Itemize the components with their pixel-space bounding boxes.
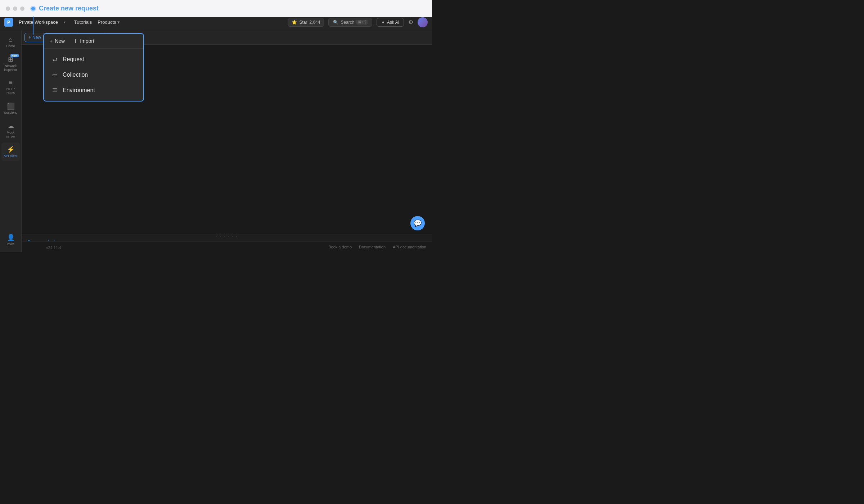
sidebar-bottom: 👤 Invite: [1, 231, 20, 249]
workspace-name: Private Workspace: [19, 19, 58, 25]
sessions-label: Sessions: [4, 111, 17, 115]
star-count: 2,644: [309, 20, 320, 25]
window-controls: [6, 6, 24, 11]
network-inspector-label: Network inspector: [3, 64, 19, 72]
http-rules-label: HTTP Rules: [3, 87, 19, 95]
footer-bar: v24.11.4 Book a demo Documentation API d…: [22, 241, 432, 252]
workspace-icon: P: [4, 18, 13, 27]
version-text: v24.11.4: [46, 246, 61, 250]
tooltip-indicator: [30, 6, 36, 12]
request-icon: ⇄: [51, 56, 58, 63]
avatar[interactable]: [418, 17, 428, 27]
dropdown-menu: + New ⬆ Import ⇄ Request: [43, 33, 144, 102]
new-button[interactable]: + New: [24, 33, 45, 42]
header-right: ⭐ Star 2,644 🔍 Search ⌘+K ✦ Ask AI ⚙: [288, 17, 428, 27]
tooltip-text: Create new request: [39, 5, 99, 12]
invite-icon: 👤: [7, 234, 15, 242]
http-rules-icon: ≡: [9, 79, 13, 86]
api-documentation-link[interactable]: API documentation: [393, 245, 426, 249]
workspace-chevron-icon[interactable]: ▾: [64, 20, 66, 24]
search-label: Search: [341, 20, 354, 25]
sidebar-item-http-rules[interactable]: ≡ HTTP Rules: [1, 76, 20, 98]
app-container: P Private Workspace ▾ Tutorials Products…: [0, 14, 432, 252]
sidebar: ⌂ Home NEW ⊞ Network inspector ≡ HTTP Ru…: [0, 30, 22, 252]
dropdown-new-icon: +: [50, 38, 53, 44]
resize-handle[interactable]: ⋮⋮⋮⋮⋮⋮: [215, 233, 239, 237]
dropdown-environment-item[interactable]: ☰ Environment: [44, 82, 143, 98]
collection-label: Collection: [63, 72, 88, 78]
dropdown-new-label: New: [55, 38, 65, 44]
dropdown-header: + New ⬆ Import: [44, 34, 143, 49]
environment-label: Environment: [63, 87, 95, 94]
header-nav: Tutorials Products: [74, 19, 120, 25]
dropdown-import-label: Import: [80, 38, 94, 44]
content-area: + New ⬆ Import Staging + New: [22, 30, 432, 252]
close-dot: [6, 6, 10, 11]
dropdown-new-item[interactable]: + New: [50, 38, 65, 44]
request-label: Request: [63, 56, 84, 63]
dropdown-request-item[interactable]: ⇄ Request: [44, 51, 143, 67]
invite-label: Invite: [7, 242, 15, 246]
ai-icon: ✦: [381, 20, 385, 25]
sidebar-item-network-inspector[interactable]: NEW ⊞ Network inspector: [1, 53, 20, 75]
sessions-icon: ⬛: [7, 102, 15, 110]
nav-products[interactable]: Products: [98, 19, 120, 25]
star-label: Star: [299, 20, 307, 25]
main-layout: ⌂ Home NEW ⊞ Network inspector ≡ HTTP Ru…: [0, 30, 432, 252]
plus-icon: +: [28, 35, 31, 40]
book-demo-link[interactable]: Book a demo: [328, 245, 352, 249]
dropdown-import-item[interactable]: ⬆ Import: [73, 38, 94, 44]
github-icon: ⭐: [292, 20, 297, 25]
nav-tutorials[interactable]: Tutorials: [74, 19, 92, 25]
dropdown-items: ⇄ Request ▭ Collection ☰ Environment: [44, 49, 143, 101]
ask-ai-button[interactable]: ✦ Ask AI: [377, 18, 404, 27]
api-client-label: API client: [4, 154, 17, 158]
mock-server-label: Mock server: [3, 131, 19, 139]
maximize-dot: [20, 6, 24, 11]
mock-server-icon: ☁: [8, 122, 14, 130]
search-icon: 🔍: [333, 20, 338, 25]
star-button[interactable]: ⭐ Star 2,644: [288, 18, 324, 27]
tooltip-bar: Create new request: [0, 0, 432, 17]
tooltip-connector-line: [33, 16, 33, 35]
documentation-link[interactable]: Documentation: [359, 245, 386, 249]
tab-bar: + New ⬆ Import Staging + New: [22, 30, 432, 45]
new-label: New: [32, 35, 41, 40]
settings-icon[interactable]: ⚙: [408, 19, 413, 26]
new-badge: NEW: [10, 54, 18, 57]
dropdown-collection-item[interactable]: ▭ Collection: [44, 67, 143, 82]
search-shortcut: ⌘+K: [356, 20, 368, 24]
sidebar-item-sessions[interactable]: ⬛ Sessions: [1, 99, 20, 118]
ask-ai-label: Ask AI: [387, 20, 399, 25]
sidebar-item-mock-server[interactable]: ☁ Mock server: [1, 119, 20, 141]
chat-icon: 💬: [414, 219, 422, 227]
environment-icon: ☰: [51, 87, 58, 94]
sidebar-item-api-client[interactable]: ⚡ API client: [1, 143, 20, 161]
home-label: Home: [6, 44, 15, 48]
home-icon: ⌂: [9, 36, 13, 44]
dropdown-import-icon: ⬆: [73, 38, 78, 44]
api-client-icon: ⚡: [7, 145, 15, 153]
search-button[interactable]: 🔍 Search ⌘+K: [328, 18, 372, 27]
sidebar-item-home[interactable]: ⌂ Home: [1, 33, 20, 51]
chat-button[interactable]: 💬: [410, 216, 425, 230]
sidebar-item-invite[interactable]: 👤 Invite: [1, 231, 20, 249]
collection-icon: ▭: [51, 71, 58, 78]
minimize-dot: [13, 6, 17, 11]
